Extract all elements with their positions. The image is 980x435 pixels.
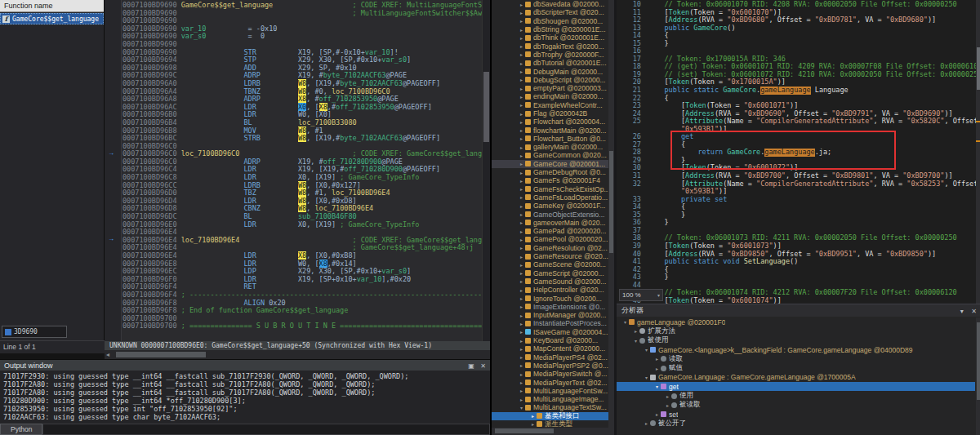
- scrollbar-thumb[interactable]: [495, 428, 554, 433]
- tree-item[interactable]: ▸dbSavedata @02000...: [492, 0, 614, 8]
- tree-item[interactable]: ▸ISaveGame @020004...: [492, 328, 614, 336]
- code-line[interactable]: 21 public static GameCore.gameLanguage L…: [617, 87, 976, 95]
- scroll-left-icon[interactable]: ◂: [106, 350, 109, 359]
- tree-item[interactable]: ▸GameCommon @020...: [492, 151, 614, 159]
- code-line[interactable]: 42 {: [617, 266, 976, 274]
- code-line[interactable]: 43 }: [617, 273, 976, 282]
- undock-icon[interactable]: ▣: [468, 362, 474, 370]
- jump-address-input[interactable]: [14, 328, 66, 335]
- tree-item[interactable]: ▸GameFs @020001F4: [492, 176, 614, 184]
- expander-icon[interactable]: ▸: [518, 321, 525, 326]
- expander-icon[interactable]: ▸: [518, 278, 525, 284]
- jump-address-box[interactable]: [2, 326, 67, 338]
- tree-item[interactable]: ▸GameDebugRoot @0...: [492, 168, 614, 176]
- analyzer-item[interactable]: ▾GameCore.Language : GameCore.gameLangua…: [617, 373, 975, 382]
- tree-item[interactable]: ▸GameFsLoadOperatio...: [492, 193, 614, 202]
- tree-item[interactable]: ▸基类和接口: [492, 412, 614, 420]
- tree-item[interactable]: ▸GameResource @020...: [492, 252, 614, 260]
- expander-icon[interactable]: ▸: [518, 153, 525, 158]
- analyzer-tree[interactable]: ▾gameLanguage @020001F0▸扩展方法▾被使用▾GameCor…: [617, 317, 975, 435]
- tree-item[interactable]: ▸InstantiatePostProces...: [492, 319, 614, 327]
- close-icon[interactable]: ✕: [971, 308, 977, 315]
- scrollbar-thumb[interactable]: [483, 72, 489, 142]
- tree-item[interactable]: ▸dbShougen @02000...: [492, 17, 614, 25]
- expander-icon[interactable]: ▸: [518, 127, 525, 133]
- expander-icon[interactable]: ▸: [653, 356, 661, 362]
- tree-item[interactable]: ▸IgnoreTouch @0200...: [492, 294, 614, 302]
- code-line[interactable]: 46 [Token(Token = "0x6001074")]: [617, 297, 976, 304]
- expander-icon[interactable]: ▸: [518, 287, 525, 293]
- expander-icon[interactable]: ▾: [518, 405, 525, 411]
- tree-item[interactable]: ▸Flag @0200042B: [492, 109, 614, 118]
- expander-icon[interactable]: ▸: [518, 211, 525, 217]
- tree-item[interactable]: ▸GameKey @020001F...: [492, 202, 614, 210]
- expander-icon[interactable]: ▸: [518, 371, 525, 377]
- tree-item[interactable]: ▸DebugMain @02000...: [492, 67, 614, 75]
- disassembly-horizontal-scrollbar[interactable]: ◂: [105, 350, 490, 359]
- expander-icon[interactable]: ▸: [518, 119, 525, 125]
- code-vertical-scrollbar[interactable]: [976, 0, 980, 304]
- expander-icon[interactable]: ▸: [518, 362, 525, 368]
- tree-item[interactable]: ▸HelpController @020...: [492, 286, 614, 294]
- analyzer-item[interactable]: ▸被读取: [617, 401, 975, 410]
- expander-icon[interactable]: ▸: [653, 411, 661, 417]
- expander-icon[interactable]: ▾: [621, 319, 629, 325]
- tree-item[interactable]: ▸flowchartMain @0200...: [492, 126, 614, 134]
- expander-icon[interactable]: ▸: [518, 262, 525, 268]
- analyzer-item[interactable]: ▸扩展方法: [617, 326, 975, 335]
- tree-item[interactable]: ▸派生类型: [492, 420, 614, 428]
- expander-icon[interactable]: ▸: [518, 27, 525, 33]
- analyzer-item[interactable]: ▸被公开了: [617, 419, 975, 428]
- tree-item[interactable]: ▸InputManager @0200...: [492, 311, 614, 319]
- tree-horizontal-scrollbar[interactable]: [492, 428, 614, 435]
- expander-icon[interactable]: ▸: [518, 194, 525, 200]
- expander-icon[interactable]: ▸: [529, 421, 537, 427]
- analyzer-item[interactable]: ▾get: [617, 382, 975, 391]
- analyzer-item[interactable]: ▸set: [617, 410, 975, 419]
- expander-icon[interactable]: ▸: [518, 178, 525, 184]
- expander-icon[interactable]: ▸: [632, 328, 639, 334]
- code-line[interactable]: 36 }: [617, 219, 976, 227]
- expander-icon[interactable]: ▸: [518, 18, 525, 24]
- analyzer-vertical-scrollbar[interactable]: [976, 317, 980, 435]
- analyzer-item[interactable]: ▾GameCore.<language>k__BackingField : Ga…: [617, 345, 975, 354]
- expander-icon[interactable]: ▾: [653, 384, 661, 389]
- analyzer-item[interactable]: ▸使用: [617, 391, 975, 400]
- expander-icon[interactable]: ▸: [518, 186, 525, 192]
- expander-icon[interactable]: ▸: [518, 51, 525, 57]
- scrollbar-thumb[interactable]: [116, 352, 206, 357]
- tree-item[interactable]: ▸DebugScript @02000...: [492, 76, 614, 84]
- expander-icon[interactable]: ▸: [664, 402, 671, 408]
- tree-item[interactable]: ▸Flowchart_Button @0...: [492, 135, 614, 143]
- expander-icon[interactable]: ▸: [518, 135, 525, 141]
- tree-item[interactable]: ▸dbTrophy @020000F...: [492, 51, 614, 59]
- analyzer-item[interactable]: ▸读取: [617, 354, 975, 363]
- python-input[interactable]: [42, 424, 490, 435]
- expander-icon[interactable]: ▸: [518, 388, 525, 393]
- expander-icon[interactable]: ▸: [518, 295, 525, 301]
- expander-icon[interactable]: ▸: [518, 86, 525, 91]
- code-line[interactable]: 35 }: [617, 211, 976, 220]
- ida-disassembly-view[interactable]: → → 0007100BD9690 GameCore$$get_language…: [105, 0, 490, 341]
- expander-icon[interactable]: ▸: [518, 270, 525, 276]
- expander-icon[interactable]: ▾: [632, 338, 639, 344]
- functions-column-header[interactable]: Function name: [0, 0, 104, 12]
- expander-icon[interactable]: ▸: [518, 10, 525, 16]
- tree-item[interactable]: ▸MultiLanguageImage...: [492, 395, 614, 403]
- expander-icon[interactable]: ▸: [518, 229, 525, 234]
- tree-item[interactable]: ▸dbTogakiText @0200...: [492, 42, 614, 50]
- chevron-down-icon[interactable]: ▾: [960, 308, 964, 315]
- code-line[interactable]: 13 public GameCore(): [617, 24, 976, 33]
- tree-item[interactable]: ▸MapContent @02000...: [492, 344, 614, 353]
- expander-icon[interactable]: ▸: [518, 161, 525, 166]
- tree-item[interactable]: ▸gameoverMain @020...: [492, 219, 614, 227]
- expander-icon[interactable]: ▸: [529, 413, 537, 419]
- tree-item[interactable]: ▾MultiLanguageTextSw...: [492, 403, 614, 411]
- code-line[interactable]: 15 }: [617, 40, 976, 48]
- tree-item[interactable]: ▸Flowchart @0200004...: [492, 118, 614, 126]
- expander-icon[interactable]: ▾: [643, 375, 650, 380]
- tree-item[interactable]: ▸GameScene @02000...: [492, 260, 614, 269]
- analyzer-item[interactable]: ▾gameLanguage @020001F0: [617, 317, 975, 326]
- expander-icon[interactable]: ▸: [518, 313, 525, 318]
- expander-icon[interactable]: ▸: [518, 43, 525, 49]
